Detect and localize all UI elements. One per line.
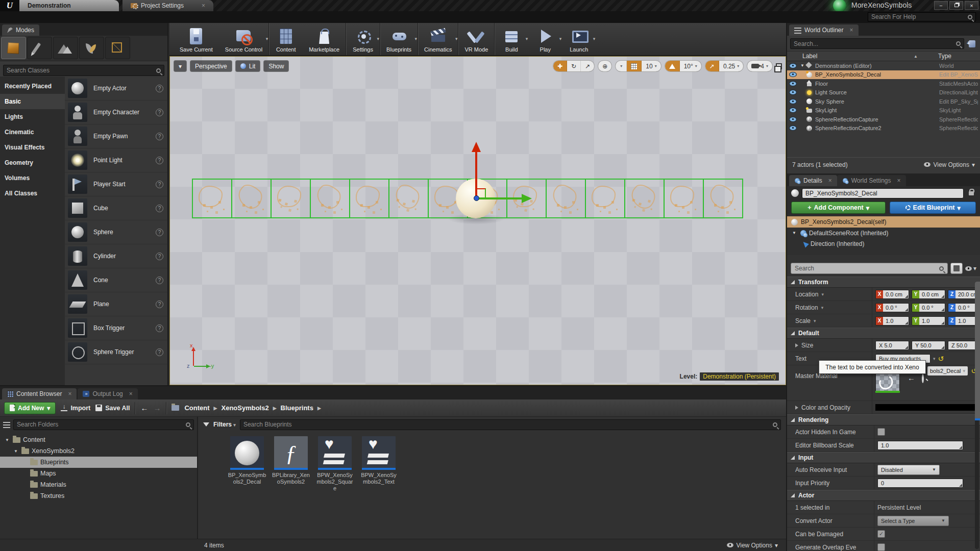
placeable-item[interactable]: Box Trigger ? — [65, 316, 167, 340]
scale-y-field[interactable]: 1.0 — [919, 317, 945, 325]
browse-to-asset-icon[interactable] — [922, 375, 924, 382]
outliner-row[interactable]: Floor StaticMeshActor — [787, 79, 980, 88]
restore-button[interactable] — [949, 1, 963, 10]
help-question-icon[interactable]: ? — [156, 205, 163, 212]
window-tab-project-settings[interactable]: Project Settings × — [122, 0, 213, 11]
help-question-icon[interactable]: ? — [156, 277, 163, 284]
dropdown-caret-icon[interactable]: ▾ — [455, 36, 458, 41]
placement-category[interactable]: Cinematic — [0, 124, 65, 140]
expander-icon[interactable]: ▼ — [800, 63, 806, 68]
generate-overlap-checkbox[interactable] — [877, 543, 885, 551]
asset-tile[interactable]: BPW_XenoSymbols2_Square — [315, 436, 354, 492]
dropdown-caret-icon[interactable]: ▾ — [377, 36, 380, 41]
visibility-eye-icon[interactable] — [789, 63, 797, 68]
scale-snap-toggle[interactable]: ↗ — [705, 61, 719, 71]
convert-actor-dropdown[interactable]: Select a Type▼ — [877, 516, 949, 526]
component-row-root[interactable]: ▼ DefaultSceneRoot (Inherited) — [787, 228, 980, 238]
add-new-button[interactable]: Add New ▾ — [4, 402, 56, 414]
size-y-field[interactable]: Y 50.0 — [912, 341, 945, 350]
folder-row[interactable]: Maps — [0, 468, 197, 479]
details-scrollbar[interactable] — [975, 282, 979, 549]
toolbar-button[interactable]: Blueprints ▾ — [380, 23, 418, 55]
material-thumbnail[interactable] — [875, 371, 900, 393]
search-folders-input[interactable]: Search Folders — [13, 419, 194, 430]
window-tab-demonstration[interactable]: Demonstration — [19, 0, 119, 11]
help-question-icon[interactable]: ? — [156, 229, 163, 236]
help-question-icon[interactable]: ? — [156, 348, 163, 356]
filters-button[interactable]: Filters ▾ — [213, 421, 236, 428]
folder-row[interactable]: ▼ XenoSymbols2 — [0, 445, 197, 457]
placement-category[interactable]: Recently Placed — [0, 79, 65, 94]
close-button[interactable]: × — [965, 1, 978, 10]
can-be-damaged-checkbox[interactable]: ✓ — [877, 530, 885, 538]
placement-category[interactable]: Geometry — [0, 155, 65, 170]
help-question-icon[interactable]: ? — [156, 157, 163, 164]
edit-blueprint-button[interactable]: Edit Blueprint ▾ — [890, 202, 976, 214]
row-expander-icon[interactable] — [795, 406, 798, 410]
tab-close-icon[interactable]: × — [202, 2, 205, 9]
rotation-x-field[interactable]: 0.0 ° — [883, 304, 909, 312]
visibility-eye-icon[interactable] — [789, 117, 797, 122]
color-swatch[interactable] — [875, 404, 976, 411]
section-rendering[interactable]: Rendering — [787, 414, 980, 425]
details-search-input[interactable]: Search — [791, 263, 948, 274]
placeable-item[interactable]: Plane ? — [65, 292, 167, 316]
rotation-snap-value-dropdown[interactable]: 10°▾ — [680, 61, 701, 71]
text-expand-icon[interactable]: ▾ — [933, 356, 936, 361]
toolbar-button[interactable]: Launch ▾ — [562, 23, 596, 55]
folder-row[interactable]: Textures — [0, 490, 197, 502]
placeable-item[interactable]: Empty Character ? — [65, 101, 167, 124]
grid-snap-toggle[interactable] — [627, 61, 642, 71]
size-x-field[interactable]: X 5.0 — [875, 341, 909, 350]
tab-world-settings[interactable]: World Settings × — [837, 175, 906, 186]
placeable-item[interactable]: Sphere ? — [65, 220, 167, 244]
asset-tile[interactable]: BP_XenoSymbols2_Decal — [228, 436, 266, 492]
collapse-sources-icon[interactable] — [3, 422, 10, 428]
folder-expander-icon[interactable]: ▼ — [14, 449, 19, 454]
level-viewport[interactable]: ▾ Perspective Lit Show ✚ ↻ ↗ ⊕ ▾ 10▾ 10°… — [169, 56, 786, 385]
dropdown-caret-icon[interactable]: ▾ — [526, 36, 528, 41]
outliner-view-options-button[interactable]: View Options ▾ — [924, 161, 975, 168]
placeable-item[interactable]: Cube ? — [65, 196, 167, 220]
level-name[interactable]: Demonstration (Persistent) — [700, 372, 779, 381]
tab-content-browser[interactable]: Content Browser × — [2, 388, 77, 399]
visibility-eye-icon[interactable] — [789, 99, 797, 104]
reset-to-default-icon[interactable]: ↺ — [938, 355, 944, 362]
translate-tool-button[interactable]: ✚ — [553, 61, 567, 71]
section-default[interactable]: Default — [787, 328, 980, 339]
hidden-in-game-checkbox[interactable] — [877, 428, 885, 436]
placeable-item[interactable]: Sphere Trigger ? — [65, 340, 167, 364]
tab-close-icon[interactable]: × — [849, 27, 853, 34]
section-transform[interactable]: Transform — [787, 277, 980, 288]
camera-speed-dropdown[interactable]: 4▾ — [747, 61, 772, 71]
placeable-item[interactable]: Cylinder ? — [65, 244, 167, 268]
folder-row[interactable]: Blueprints — [0, 457, 197, 468]
landscape-mode-button[interactable] — [53, 37, 78, 59]
view-mode-dropdown[interactable]: Lit — [235, 60, 261, 72]
toolbar-button[interactable]: Play ▾ — [528, 23, 562, 55]
auto-receive-input-dropdown[interactable]: Disabled▼ — [877, 465, 940, 475]
placeable-item[interactable]: Cone ? — [65, 268, 167, 292]
scale-x-field[interactable]: 1.0 — [883, 317, 909, 325]
breadcrumb-item[interactable]: Blueprints▶ — [281, 404, 321, 412]
gizmo-origin[interactable] — [474, 195, 479, 201]
show-flags-dropdown[interactable]: Show — [263, 60, 289, 72]
add-actor-icon[interactable] — [967, 39, 977, 49]
dropdown-caret-icon[interactable]: ▾ — [559, 36, 562, 41]
billboard-scale-field[interactable]: 1.0 — [877, 441, 963, 450]
maximize-viewport-button[interactable] — [776, 63, 782, 69]
placeable-item[interactable]: Point Light ? — [65, 148, 167, 172]
help-question-icon[interactable]: ? — [156, 181, 163, 188]
location-x-field[interactable]: 0.0 cm — [883, 290, 909, 298]
dropdown-caret-icon[interactable]: ▾ — [266, 36, 268, 41]
tab-close-icon[interactable]: × — [68, 390, 71, 397]
help-question-icon[interactable]: ? — [156, 253, 163, 260]
visibility-eye-icon[interactable] — [789, 90, 797, 95]
placeable-item[interactable]: Player Start ? — [65, 172, 167, 196]
section-input[interactable]: Input — [787, 452, 980, 463]
toolbar-button[interactable]: Content ▾ — [268, 23, 303, 55]
import-button[interactable]: Import — [61, 405, 90, 412]
placeable-item[interactable]: Empty Actor ? — [65, 77, 167, 101]
section-actor[interactable]: Actor — [787, 490, 980, 501]
breadcrumb-item[interactable]: Content▶ — [184, 404, 217, 412]
